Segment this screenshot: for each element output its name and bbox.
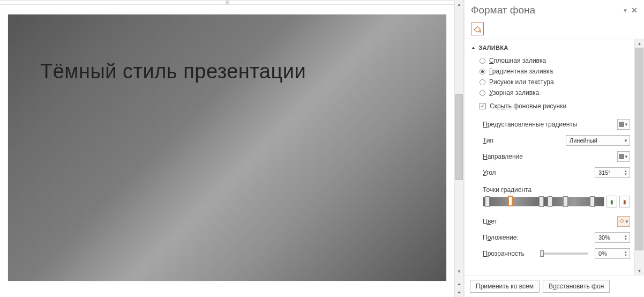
- type-value: Линейный: [570, 137, 597, 144]
- format-background-pane: Формат фона ▼ ✕ ▲ ЗАЛИВКА Сплошная залив…: [464, 0, 644, 297]
- checkbox-hide-bg-label: Скрыть фоновые рисунки: [490, 102, 566, 110]
- gradient-stop[interactable]: [563, 196, 568, 207]
- pane-content: ▲ ЗАЛИВКА Сплошная заливка Градиентная з…: [465, 39, 634, 275]
- position-label: Положение:: [483, 234, 590, 241]
- pane-tabs: [465, 19, 644, 39]
- checkbox-icon: ✓: [480, 103, 486, 109]
- transparency-label: Прозрачность: [483, 250, 534, 257]
- angle-spinner[interactable]: 315° ▲▼: [595, 167, 630, 178]
- pane-vertical-scrollbar[interactable]: ▲ ▼: [634, 39, 644, 275]
- scroll-down-button[interactable]: ▼: [635, 266, 644, 275]
- slide-area: Тёмный стиль презентации: [0, 0, 454, 297]
- color-picker[interactable]: ▼: [617, 216, 630, 227]
- pane-title: Формат фона: [471, 4, 623, 16]
- chevron-down-icon: ▼: [624, 138, 628, 143]
- next-slide-button[interactable]: ⏷: [455, 288, 463, 297]
- apply-all-button[interactable]: Применить ко всем: [470, 280, 540, 293]
- slide-canvas-wrap: Тёмный стиль презентации: [0, 5, 454, 297]
- gradient-stops-track[interactable]: [483, 197, 604, 206]
- remove-gradient-stop-button[interactable]: ▮: [619, 196, 630, 207]
- radio-gradient-fill[interactable]: Градиентная заливка: [470, 66, 634, 77]
- radio-icon: [480, 79, 485, 85]
- radio-gradient-label: Градиентная заливка: [489, 68, 553, 75]
- radio-icon: [480, 90, 485, 96]
- pane-footer: Применить ко всем Восстановить фон: [465, 275, 644, 297]
- gradient-stop[interactable]: [485, 196, 490, 207]
- transparency-value: 0%: [598, 250, 607, 257]
- section-fill-header[interactable]: ▲ ЗАЛИВКА: [470, 43, 634, 55]
- color-label: Цвет: [483, 218, 613, 225]
- radio-pattern-label: Узорная заливка: [489, 89, 539, 96]
- angle-label: Угол: [483, 169, 590, 176]
- fill-tab-icon[interactable]: [471, 23, 484, 35]
- gradient-stop[interactable]: [590, 196, 595, 207]
- paint-bucket-icon: [619, 218, 625, 225]
- scroll-up-button[interactable]: ▲: [635, 39, 644, 48]
- type-combo[interactable]: Линейный ▼: [566, 135, 630, 146]
- position-value: 30%: [598, 234, 610, 241]
- scroll-down-button[interactable]: ▼: [455, 267, 463, 276]
- preset-gradients-picker[interactable]: ▼: [617, 119, 630, 130]
- gradient-stop[interactable]: [548, 196, 552, 207]
- section-fill-label: ЗАЛИВКА: [478, 44, 508, 51]
- checkbox-hide-bg[interactable]: ✓ Скрыть фоновые рисунки: [470, 98, 634, 112]
- collapse-icon: ▲: [471, 46, 476, 50]
- radio-solid-label: Сплошная заливка: [489, 57, 546, 64]
- radio-picture-label: Рисунок или текстура: [489, 78, 554, 86]
- scroll-track[interactable]: [635, 48, 644, 266]
- preset-gradients-label: Предустановленные градиенты: [483, 121, 613, 128]
- radio-icon: [480, 58, 485, 64]
- ruler-top: [0, 0, 454, 5]
- position-spinner[interactable]: 30% ▲▼: [595, 232, 630, 243]
- pane-options-icon[interactable]: ▼: [623, 8, 628, 13]
- slide-title[interactable]: Тёмный стиль презентации: [40, 60, 306, 83]
- radio-pattern-fill[interactable]: Узорная заливка: [470, 87, 634, 98]
- add-gradient-stop-button[interactable]: ▮: [606, 196, 617, 207]
- transparency-spinner[interactable]: 0% ▲▼: [595, 248, 630, 259]
- radio-solid-fill[interactable]: Сплошная заливка: [470, 55, 634, 66]
- scroll-track[interactable]: [455, 9, 463, 267]
- transparency-slider[interactable]: [540, 253, 588, 255]
- gradient-stop[interactable]: [508, 196, 513, 206]
- angle-value: 315°: [598, 169, 611, 176]
- prev-slide-button[interactable]: ⏶: [455, 280, 463, 288]
- pane-header: Формат фона ▼ ✕: [465, 0, 644, 19]
- gradient-stop[interactable]: [539, 196, 544, 207]
- scroll-up-button[interactable]: ▲: [455, 0, 463, 9]
- radio-picture-fill[interactable]: Рисунок или текстура: [470, 77, 634, 87]
- gradient-stops-label: Точки градиента: [470, 181, 634, 196]
- slider-handle[interactable]: [540, 250, 544, 257]
- direction-label: Направление: [483, 153, 613, 160]
- radio-icon: [480, 69, 485, 75]
- direction-picker[interactable]: ▼: [617, 151, 630, 162]
- type-label: Тип: [483, 137, 561, 144]
- slide-vertical-scrollbar[interactable]: ▲ ▼ ⏶ ⏷: [454, 0, 464, 297]
- close-icon[interactable]: ✕: [631, 6, 638, 14]
- scroll-thumb[interactable]: [635, 48, 643, 250]
- scroll-thumb[interactable]: [455, 94, 463, 180]
- reset-background-button[interactable]: Восстановить фон: [543, 280, 610, 293]
- slide-canvas[interactable]: Тёмный стиль презентации: [8, 14, 446, 281]
